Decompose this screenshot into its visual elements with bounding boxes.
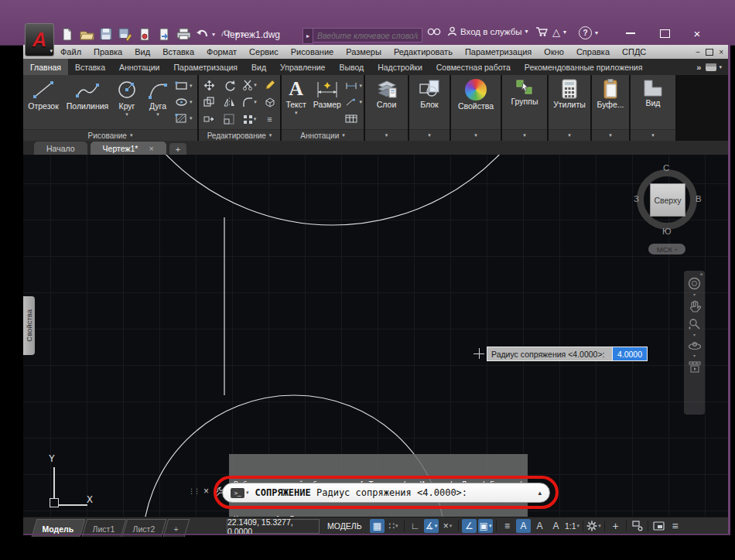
menu-view[interactable]: Вид	[128, 47, 156, 56]
close-button[interactable]: ×	[685, 25, 709, 42]
ribbon-display-button[interactable]: ▾	[706, 63, 722, 71]
layers-button[interactable]: Слои	[365, 75, 408, 129]
move-button[interactable]	[200, 77, 220, 94]
command-close-button[interactable]: ×	[203, 486, 209, 497]
snap-toggle[interactable]: ∷▾	[386, 519, 401, 533]
pan-button[interactable]	[689, 300, 701, 314]
explode-button[interactable]	[260, 94, 280, 111]
coordinates-readout[interactable]: 22.1409, 15.3277, 0.0000	[227, 519, 320, 534]
array-button[interactable]: ▾	[240, 111, 260, 128]
ortho-toggle[interactable]: ∟	[408, 519, 422, 533]
polyline-button[interactable]: Полилиния	[63, 75, 111, 129]
menu-file[interactable]: Файл	[54, 47, 87, 56]
mdi-close-button[interactable]: ×	[719, 48, 723, 56]
menu-modify[interactable]: Редактировать	[388, 47, 459, 56]
properties-button[interactable]: Свойства	[451, 75, 501, 129]
save-button[interactable]	[97, 26, 115, 42]
signin-menu[interactable]: Вход в службы ▾	[447, 26, 528, 36]
object-snap-tracking-toggle[interactable]: ×▾	[440, 519, 455, 533]
tab-overflow-button[interactable]: »	[696, 63, 701, 72]
viewcube-east[interactable]: В	[696, 194, 702, 203]
viewcube-south[interactable]: Ю	[662, 227, 672, 236]
mirror-button[interactable]	[220, 94, 240, 111]
object-snap-toggle[interactable]: ▣▾	[478, 519, 493, 533]
edit-polyline-button[interactable]	[260, 77, 280, 94]
tab-parametric[interactable]: Параметризация	[167, 59, 245, 75]
navbar-close-icon[interactable]: ×	[699, 271, 703, 278]
circle-button[interactable]: Круг ▾	[111, 75, 142, 129]
application-menu-button[interactable]: A ▾	[25, 23, 54, 56]
arc-button[interactable]: Дуга ▾	[142, 75, 173, 129]
tab-view[interactable]: Вид	[244, 59, 273, 75]
annotation-scale-selector[interactable]: 1:1▾	[565, 519, 579, 533]
workspace-switch-button[interactable]: ▾	[586, 519, 601, 533]
leader-button[interactable]: ▾	[345, 98, 362, 106]
menu-insert[interactable]: Вставка	[156, 47, 200, 56]
panel-utilities-title[interactable]: ▾	[549, 129, 590, 141]
viewcube-top-face[interactable]: Сверху	[650, 183, 685, 217]
new-drawing-tab-button[interactable]: +	[169, 143, 186, 155]
panel-edit-title[interactable]: Редактирование▾	[199, 129, 280, 141]
a360-menu[interactable]: △ ▾	[552, 26, 566, 38]
mdi-restore-button[interactable]	[706, 49, 713, 56]
store-button[interactable]	[535, 26, 548, 37]
hatch-button[interactable]: ▾	[175, 114, 193, 123]
file-tab-drawing1[interactable]: Чертеж1* ×	[91, 142, 166, 155]
print-button[interactable]	[175, 26, 192, 42]
command-line[interactable]: >_ ▾ СОПРЯЖЕНИЕ Радиус сопряжения <4.000…	[222, 483, 550, 503]
menu-window[interactable]: Окно	[538, 47, 570, 56]
text-button[interactable]: А Текст ▾	[282, 75, 310, 129]
undo-dropdown[interactable]: ▾	[212, 31, 215, 38]
dimension-button[interactable]: Размер	[310, 75, 344, 129]
tab-collaborate[interactable]: Совместная работа	[429, 59, 518, 75]
help-menu[interactable]: ? ▾	[579, 26, 598, 39]
navbar-dropdown[interactable]: ▾	[693, 332, 696, 337]
panel-properties-title[interactable]: ▾	[451, 129, 501, 141]
dynamic-input-value[interactable]: 4.0000	[612, 347, 648, 361]
dynamic-input-toggle[interactable]: ∠	[462, 519, 477, 533]
rotate-button[interactable]	[220, 77, 240, 94]
tab-close-icon[interactable]: ×	[149, 144, 153, 153]
maximize-button[interactable]	[653, 25, 676, 42]
customization-menu-button[interactable]: ≡	[668, 519, 682, 533]
grid-toggle[interactable]: ▦	[370, 519, 385, 533]
undo-button[interactable]	[194, 26, 211, 42]
viewcube-ucs-menu[interactable]: МСК▾	[648, 244, 685, 254]
menu-tools[interactable]: Сервис	[243, 47, 285, 56]
panel-clipboard-title[interactable]: ▾	[592, 129, 629, 141]
clean-screen-button[interactable]	[651, 519, 666, 533]
block-button[interactable]: Блок	[409, 75, 450, 129]
view-button[interactable]: Вид	[631, 75, 675, 129]
lineweight-toggle[interactable]: ≡	[500, 519, 514, 533]
stretch-button[interactable]	[200, 111, 220, 128]
trim-button[interactable]: ▾	[240, 77, 260, 94]
tab-output[interactable]: Вывод	[332, 59, 371, 75]
viewcube-west[interactable]: З	[634, 194, 639, 203]
tab-addins[interactable]: Надстройки	[371, 59, 429, 75]
line-button[interactable]: Отрезок	[23, 75, 63, 129]
tab-insert[interactable]: Вставка	[68, 59, 112, 75]
menu-spds[interactable]: СПДС	[616, 47, 652, 56]
utilities-button[interactable]: Утилиты	[549, 75, 590, 129]
menu-parametric[interactable]: Параметризация	[459, 47, 538, 56]
annotation-monitor-button[interactable]: +	[608, 519, 623, 533]
panel-groups-title[interactable]: ▾	[502, 129, 547, 141]
showmotion-button[interactable]	[689, 361, 701, 373]
table-button[interactable]	[345, 114, 362, 123]
navbar-dropdown[interactable]: ▾	[693, 353, 696, 358]
scale-button[interactable]	[220, 111, 240, 128]
navigation-wheel-button[interactable]	[688, 277, 701, 290]
copy-button[interactable]	[200, 94, 220, 111]
search-expand-button[interactable]: ▸	[303, 28, 313, 44]
menu-format[interactable]: Формат	[200, 47, 243, 56]
panel-block-title[interactable]: ▾	[409, 129, 450, 141]
ellipse-button[interactable]: ▾	[175, 97, 193, 107]
mdi-minimize-button[interactable]: −	[696, 48, 700, 56]
properties-palette-tab[interactable]: Свойства	[23, 296, 35, 355]
drawing-area[interactable]: С В Ю З Сверху МСК▾ × ▾ ▾ ▾	[23, 155, 728, 517]
annotation-autoscale-toggle[interactable]: А	[532, 519, 547, 533]
minimize-button[interactable]	[619, 25, 642, 42]
tab-featured-apps[interactable]: Рекомендованные приложения	[518, 59, 650, 75]
navbar-dropdown[interactable]: ▾	[693, 292, 696, 297]
publish-button[interactable]	[156, 26, 173, 42]
